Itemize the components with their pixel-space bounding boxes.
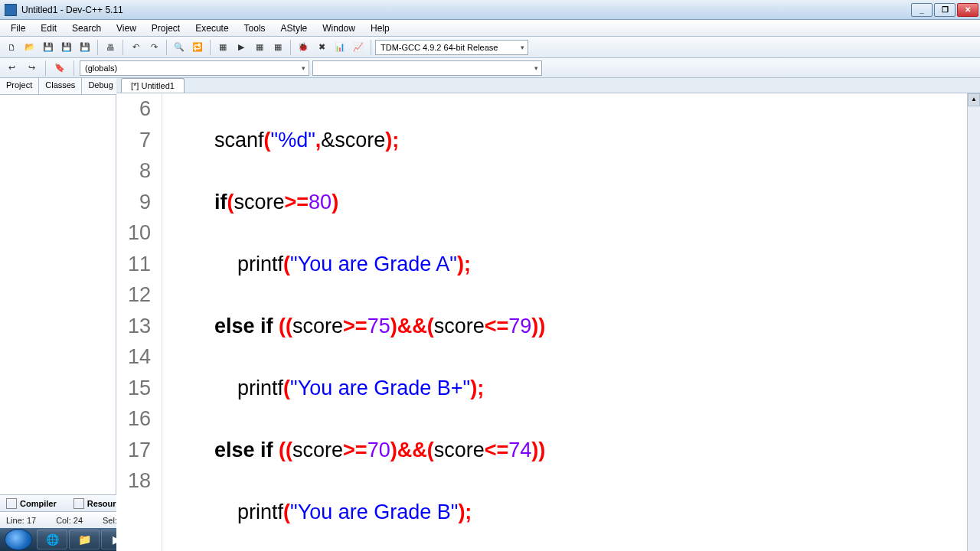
project-panel: Project Classes Debug	[0, 78, 116, 494]
print-icon[interactable]: 🖶	[102, 39, 119, 56]
member-select[interactable]	[312, 60, 542, 76]
editor-tab-untitled[interactable]: [*] Untitled1	[121, 78, 185, 93]
goto-back-icon[interactable]: ↩	[3, 60, 20, 77]
debug-icon[interactable]: 🐞	[295, 39, 312, 56]
save-all-icon[interactable]: 💾	[58, 39, 75, 56]
menu-file[interactable]: File	[3, 21, 33, 35]
main-toolbar: 🗋 📂 💾 💾 💾 🖶 ↶ ↷ 🔍 🔁 ▦ ▶ ▦ ▦ 🐞 ✖ 📊 📈 TDM-…	[0, 37, 980, 58]
undo-icon[interactable]: ↶	[127, 39, 144, 56]
redo-icon[interactable]: ↷	[145, 39, 162, 56]
menu-search[interactable]: Search	[64, 21, 109, 35]
taskbar-explorer-icon[interactable]: 📁	[69, 530, 100, 549]
menu-window[interactable]: Window	[315, 21, 363, 35]
window-title: Untitled1 - Dev-C++ 5.11	[21, 5, 911, 15]
tab-classes[interactable]: Classes	[39, 78, 82, 94]
menu-execute[interactable]: Execute	[188, 21, 236, 35]
bookmark-icon[interactable]: 🔖	[51, 60, 68, 77]
rebuild-icon[interactable]: ▦	[270, 39, 286, 56]
status-line: Line: 17	[0, 516, 50, 525]
tab-debug[interactable]: Debug	[82, 78, 119, 94]
profile2-icon[interactable]: 📈	[350, 39, 367, 56]
status-col: Col: 24	[50, 516, 96, 525]
find-icon[interactable]: 🔍	[171, 39, 188, 56]
stop-icon[interactable]: ✖	[313, 39, 330, 56]
vertical-scrollbar[interactable]: ▲ ▼	[967, 93, 980, 551]
run-icon[interactable]: ▶	[233, 39, 250, 56]
code-area[interactable]: scanf("%d",&score); if(score>=80) printf…	[162, 93, 967, 551]
start-button[interactable]	[5, 529, 32, 550]
menu-help[interactable]: Help	[363, 21, 397, 35]
profile-icon[interactable]: 📊	[332, 39, 348, 56]
new-file-icon[interactable]: 🗋	[3, 39, 20, 56]
compile-run-icon[interactable]: ▦	[251, 39, 268, 56]
line-gutter: 678 91011 121314 151617 18	[116, 93, 162, 551]
menu-project[interactable]: Project	[144, 21, 188, 35]
taskbar-ie-icon[interactable]: 🌐	[37, 530, 67, 549]
class-toolbar: ↩ ↪ 🔖 (globals)	[0, 58, 980, 78]
menu-tools[interactable]: Tools	[237, 21, 273, 35]
menu-astyle[interactable]: AStyle	[273, 21, 315, 35]
replace-icon[interactable]: 🔁	[189, 39, 206, 56]
tab-compiler[interactable]: Compiler	[2, 497, 61, 510]
minimize-button[interactable]: _	[911, 3, 933, 17]
compiler-profile-select[interactable]: TDM-GCC 4.9.2 64-bit Release	[375, 40, 528, 55]
code-editor[interactable]: 678 91011 121314 151617 18 scanf("%d",&s…	[116, 93, 980, 551]
open-file-icon[interactable]: 📂	[21, 39, 38, 56]
app-icon	[5, 4, 17, 16]
scope-select[interactable]: (globals)	[80, 60, 309, 76]
menu-view[interactable]: View	[109, 21, 144, 35]
compile-icon[interactable]: ▦	[214, 39, 231, 56]
window-titlebar: Untitled1 - Dev-C++ 5.11 _ ❐ ✕	[0, 0, 980, 20]
maximize-button[interactable]: ❐	[934, 3, 956, 17]
tab-project[interactable]: Project	[0, 78, 39, 94]
close-button[interactable]: ✕	[957, 3, 978, 17]
save-icon[interactable]: 💾	[40, 39, 57, 56]
scroll-up-icon[interactable]: ▲	[968, 93, 980, 106]
save-as-icon[interactable]: 💾	[77, 39, 93, 56]
menu-bar: File Edit Search View Project Execute To…	[0, 20, 980, 37]
menu-edit[interactable]: Edit	[33, 21, 64, 35]
goto-fwd-icon[interactable]: ↪	[23, 60, 40, 77]
